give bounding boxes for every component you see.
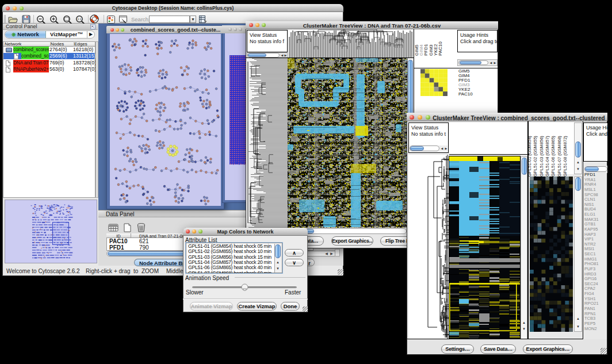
svg-text:1:1: 1:1 [78, 17, 82, 21]
